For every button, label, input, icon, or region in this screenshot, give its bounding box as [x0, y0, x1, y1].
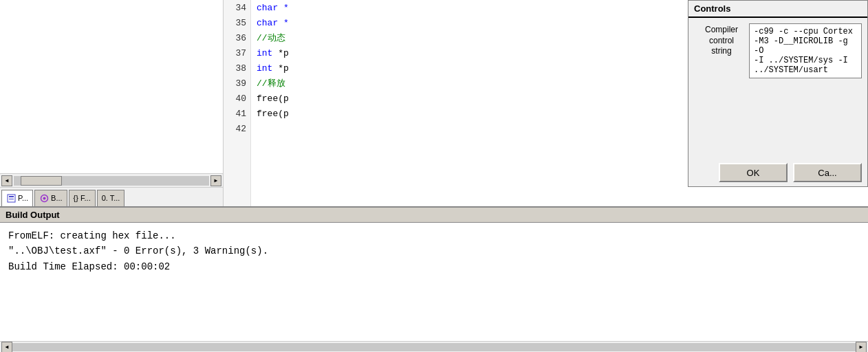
editor-area: ◀ ▶ P... [0, 0, 868, 206]
line-numbers: 34 35 36 37 38 39 40 41 42 [224, 0, 251, 206]
cancel-button[interactable]: Ca... [793, 163, 862, 182]
line-num-40: 40 [224, 91, 250, 106]
line-num-42: 42 [224, 121, 250, 136]
controls-label: Controls [688, 1, 867, 18]
build-scroll-left[interactable]: ◀ [1, 342, 12, 353]
tab-functions[interactable]: {} F... [69, 190, 96, 206]
scroll-right-btn[interactable]: ▶ [210, 175, 221, 186]
build-output-content[interactable]: FromELF: creating hex file... "..\OBJ\te… [0, 223, 868, 341]
tab-build-label: B... [51, 194, 63, 202]
build-output-panel: Build Output FromELF: creating hex file.… [0, 206, 868, 352]
line-num-36: 36 [224, 30, 250, 45]
build-line-1: FromELF: creating hex file... [8, 228, 860, 243]
ok-button[interactable]: OK [719, 163, 788, 182]
compiler-value[interactable]: -c99 -c --cpu Cortex-M3 -D__MICROLIB -g … [749, 23, 862, 78]
build-scrollbar[interactable]: ◀ ▶ [0, 341, 868, 352]
tab-templates[interactable]: 0. T... [97, 190, 125, 206]
line-num-35: 35 [224, 15, 250, 30]
left-panel-content [0, 0, 223, 173]
line-num-39: 39 [224, 76, 250, 91]
code-area: 34 35 36 37 38 39 40 41 42 char * char *… [224, 0, 868, 206]
scroll-thumb[interactable] [21, 176, 62, 186]
tab-project-label: P... [18, 194, 28, 202]
line-num-38: 38 [224, 60, 250, 76]
templates-label: 0. T... [102, 194, 120, 202]
compiler-settings-dialog[interactable]: Controls Compilercontrolstring -c99 -c -… [688, 0, 868, 187]
compiler-label: Compilercontrolstring [694, 23, 749, 57]
svg-point-4 [43, 197, 45, 199]
line-num-37: 37 [224, 45, 250, 60]
scroll-left-btn[interactable]: ◀ [1, 175, 12, 186]
build-line-3: Build Time Elapsed: 00:00:02 [8, 259, 860, 274]
build-output-header: Build Output [0, 208, 868, 223]
build-icon [39, 193, 49, 203]
panel-tabs: P... B... {} F... 0. T... [0, 187, 223, 206]
dialog-inner: Compilercontrolstring -c99 -c --cpu Cort… [688, 18, 867, 159]
tab-project[interactable]: P... [1, 190, 33, 206]
horizontal-scrollbar[interactable]: ◀ ▶ [0, 173, 223, 187]
functions-label: {} F... [74, 194, 91, 202]
dialog-buttons: OK Ca... [688, 159, 867, 186]
build-scroll-right[interactable]: ▶ [856, 342, 867, 353]
tab-build[interactable]: B... [34, 190, 67, 206]
svg-rect-1 [9, 196, 14, 197]
line-num-41: 41 [224, 106, 250, 121]
build-line-2: "..\OBJ\test.axf" - 0 Error(s), 3 Warnin… [8, 243, 860, 258]
left-panel: ◀ ▶ P... [0, 0, 224, 206]
build-scroll-track[interactable] [12, 343, 856, 351]
scroll-track[interactable] [14, 176, 209, 186]
project-icon [6, 193, 16, 203]
svg-rect-0 [8, 195, 15, 202]
compiler-row: Compilercontrolstring -c99 -c --cpu Cort… [694, 23, 862, 78]
svg-rect-2 [9, 199, 14, 199]
line-num-34: 34 [224, 0, 250, 15]
